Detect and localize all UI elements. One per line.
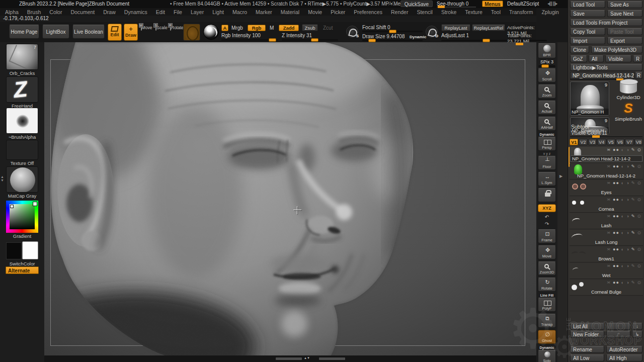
polypaint-icon[interactable]: ●●	[613, 214, 619, 219]
rgb-intensity-slider[interactable]	[221, 39, 278, 41]
floor-axis-toggles[interactable]: x y z	[536, 152, 557, 155]
aahalf-button[interactable]: AAHalf	[538, 117, 556, 131]
subtool-row[interactable]: ≍ ●● ◐ ◑ ✎ ⊙ Corneal Bulge	[570, 280, 643, 296]
quicksave-button[interactable]: QuickSave	[400, 1, 433, 7]
visibility-eye-icon[interactable]: ⊙	[637, 180, 641, 186]
tab-v8[interactable]: V8	[634, 139, 643, 145]
menu-light[interactable]: Light	[212, 9, 224, 15]
spix-slider[interactable]	[538, 65, 555, 67]
menu-picker[interactable]: Picker	[331, 9, 345, 15]
mrgb-toggle[interactable]: Mrgb	[231, 25, 243, 31]
default-zscript-label[interactable]: DefaultZScript	[507, 1, 539, 7]
contrast-icon[interactable]: ◑	[626, 197, 629, 202]
ghost-transparency-button[interactable]: ∅ Ghost	[538, 330, 556, 344]
menu-material[interactable]: Material	[281, 9, 299, 15]
local-symmetry-button[interactable]: ↔ L.Sym	[538, 172, 556, 186]
edit-pen-icon[interactable]: ✎	[631, 263, 635, 268]
alternate-button[interactable]: Alternate	[6, 266, 39, 274]
subtool-name[interactable]: Lash Long	[570, 239, 643, 245]
goz-visible-button[interactable]: Visible	[605, 55, 631, 62]
tab-v3[interactable]: V3	[588, 139, 597, 145]
uv-icon[interactable]: ◐	[621, 147, 624, 152]
merge-icon[interactable]: ≍	[607, 214, 611, 219]
uv-icon[interactable]: ◐	[621, 197, 624, 202]
alpha-slot[interactable]: ~BrushAlpha	[6, 108, 39, 140]
menu-preferences[interactable]: Preferences	[354, 9, 382, 15]
spix-thumb[interactable]	[541, 64, 549, 68]
visibility-eye-icon[interactable]: ⊙	[637, 197, 641, 202]
subtool-name[interactable]: Corneal Bulge	[570, 289, 643, 295]
polypaint-icon[interactable]: ●●	[613, 147, 619, 152]
menu-brush[interactable]: Brush	[27, 9, 41, 15]
bpr-render-button[interactable]: BPR	[538, 43, 556, 58]
merge-icon[interactable]: ≍	[607, 164, 611, 169]
subtool-section-header[interactable]: Subtool	[571, 124, 589, 130]
replay-dot-icon[interactable]: D	[426, 26, 438, 38]
menu-draw[interactable]: Draw	[103, 9, 116, 15]
z-intensity-slider[interactable]	[282, 39, 338, 41]
rotate-gizmo-button[interactable]: R Rotate	[170, 25, 183, 30]
adjust-last-thumb[interactable]	[482, 39, 490, 42]
z-intensity-thumb[interactable]	[311, 38, 318, 42]
rgb-intensity-thumb[interactable]	[269, 38, 276, 42]
move-subtool-up-button[interactable]: ↑	[606, 323, 630, 330]
goz-all-button[interactable]: All	[589, 55, 604, 62]
menu-macro[interactable]: Macro	[232, 9, 247, 15]
merge-icon[interactable]: ≍	[607, 280, 611, 285]
simplebrush-tool[interactable]: S SimpleBrush	[614, 101, 642, 122]
draw-size-slider[interactable]	[362, 40, 423, 41]
subtool-name[interactable]: NP_Gnomon Head-12-14-2	[570, 173, 643, 178]
subtool-row[interactable]: ≍ ●● ◐ ◑ ✎ ⊙ Cornea	[570, 197, 643, 213]
menu-zplugin[interactable]: Zplugin	[541, 9, 558, 15]
auto-reorder-button[interactable]: AutoReorder	[606, 346, 642, 353]
scroll-button[interactable]: ✥ Scroll	[538, 68, 556, 82]
horizontal-scrollbar[interactable]: ▲▼	[276, 357, 346, 360]
stroke-slot-freehand[interactable]: FreeHand	[6, 76, 39, 109]
stroke-curve-icon[interactable]: S	[346, 26, 358, 38]
tab-v4[interactable]: V4	[597, 139, 606, 145]
subtool-name[interactable]: Wet	[570, 273, 643, 278]
menu-render[interactable]: Render	[391, 9, 408, 15]
rename-button[interactable]: Rename	[570, 346, 604, 353]
live-boolean-button[interactable]: Live Boolean	[72, 25, 105, 39]
polypaint-icon[interactable]: ●●	[613, 230, 619, 235]
subtool-name[interactable]: Eyes	[570, 190, 643, 195]
tab-v2[interactable]: V2	[579, 139, 587, 145]
menus-button[interactable]: Menus	[482, 1, 503, 7]
cylinder3d-tool[interactable]: Cylinder3D	[614, 80, 642, 100]
menu-file[interactable]: File	[174, 9, 182, 15]
subtool-row[interactable]: ≍ ●● ◐ ◑ ✎ ⊙ Eyes	[570, 180, 643, 196]
subtool-name[interactable]: Brows1	[570, 256, 643, 261]
rotate-canvas-button[interactable]: ↻ Rotate	[538, 278, 556, 292]
subtool-name[interactable]: Cornea	[570, 206, 643, 212]
goz-button[interactable]: GoZ	[570, 55, 587, 62]
scrollbar-arrows[interactable]: ▲▼	[304, 356, 310, 359]
orb-cracks-thumbnail[interactable]: 7	[6, 44, 38, 70]
current-brush-thumbnail[interactable]	[183, 24, 200, 41]
color-pair[interactable]	[6, 241, 38, 260]
floor-button[interactable]: ┴ Floor	[538, 156, 556, 170]
edit-pen-icon[interactable]: ✎	[631, 214, 635, 219]
tab-v5[interactable]: V5	[607, 139, 615, 145]
brush-alpha-thumbnail[interactable]	[6, 108, 38, 134]
redo-arc-icon[interactable]: ↷	[540, 221, 553, 228]
visible-count-slider[interactable]	[570, 136, 642, 137]
tab-v1[interactable]: V1	[570, 139, 578, 145]
shelf-scroll-arrows[interactable]: ▲▼	[1, 175, 4, 182]
main-color-swatch[interactable]	[6, 242, 22, 259]
menu-document[interactable]: Document	[70, 9, 95, 15]
brush-slot-orb-cracks[interactable]: 7 Orb_Cracks	[6, 44, 39, 76]
uv-icon[interactable]: ◐	[621, 180, 624, 186]
m-toggle[interactable]: M	[270, 25, 274, 31]
lightbox-tools-button[interactable]: Lightbox▶Tools	[570, 64, 642, 71]
merge-icon[interactable]: ≍	[607, 247, 611, 252]
subtool-name[interactable]: NP_Gnomon Head-12-14-2	[570, 155, 642, 162]
export-button[interactable]: Export	[607, 37, 642, 44]
menu-stroke[interactable]: Stroke	[441, 9, 456, 15]
xyz-rotation-mode-button[interactable]: XYZ	[538, 204, 556, 212]
uv-icon[interactable]: ◐	[621, 214, 624, 219]
polyframe-button[interactable]: PolyF	[538, 298, 556, 312]
persp-button[interactable]: Persp	[538, 137, 556, 151]
replay-last-rel-button[interactable]: ReplayLastRel	[472, 25, 505, 31]
clone-button[interactable]: Clone	[570, 46, 589, 53]
